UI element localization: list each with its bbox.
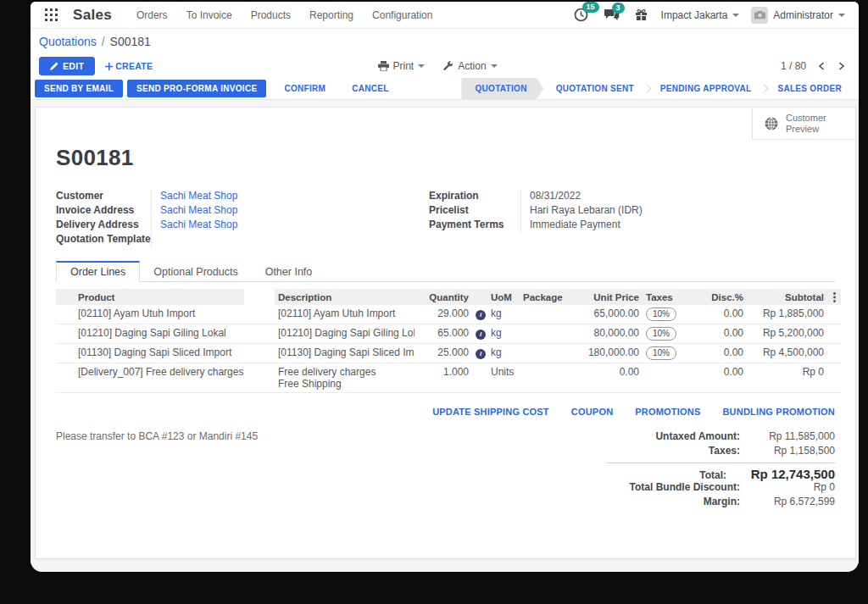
cell-description[interactable]: Free delivery charges Free Shipping [275,363,415,393]
edit-button[interactable]: EDIT [39,57,95,75]
stage-sales-order[interactable]: SALES ORDER [765,78,854,99]
cell-disc[interactable]: 0.00 [692,363,747,393]
cancel-button[interactable]: CANCEL [343,80,397,97]
menu-reporting[interactable]: Reporting [309,9,353,21]
cell-product[interactable]: [01210] Daging Sapi Giling Lokal [75,324,244,344]
field-groups: Customer Sachi Meat Shop Invoice Address… [56,190,835,247]
invoice-address-link[interactable]: Sachi Meat Shop [151,204,429,219]
order-line-row[interactable]: [01130] Daging Sapi Sliced Import [01130… [56,344,841,363]
messages-button[interactable]: 3 [602,7,621,24]
cell-unit-price[interactable]: 65,000.00 [562,305,643,324]
cell-quantity[interactable]: 65.000 [415,324,472,344]
tab-other-info[interactable]: Other Info [252,263,326,281]
cell-product[interactable]: [02110] Ayam Utuh Import [75,305,244,324]
cell-package[interactable] [520,324,562,344]
cell-description[interactable]: [02110] Ayam Utuh Import [275,305,415,324]
cell-unit-price[interactable]: 0.00 [562,363,643,393]
pricelist-value[interactable]: Hari Raya Lebaran (IDR) [520,204,835,219]
customer-link[interactable]: Sachi Meat Shop [151,190,429,204]
cell-disc[interactable]: 0.00 [692,344,747,363]
tax-badge[interactable]: 10% [646,308,676,321]
cell-uom[interactable]: kg [487,344,520,363]
cell-uom[interactable]: Units [487,363,520,393]
pager-next-button[interactable] [837,60,847,72]
cell-quantity[interactable]: 25.000 [415,344,472,363]
cell-disc[interactable]: 0.00 [692,324,747,344]
promotions-button[interactable]: PROMOTIONS [635,407,700,417]
order-line-row[interactable]: [Delivery_007] Free delivery charges Fre… [56,363,841,393]
menu-to-invoice[interactable]: To Invoice [186,9,232,21]
info-icon[interactable] [476,330,486,340]
payment-terms-value[interactable]: Immediate Payment [520,219,835,233]
tax-badge[interactable]: 10% [646,327,676,341]
col-uom[interactable]: UoM [487,289,520,305]
col-quantity[interactable]: Quantity [415,289,472,305]
order-line-row[interactable]: [02110] Ayam Utuh Import [02110] Ayam Ut… [56,305,841,324]
cell-package[interactable] [520,344,562,363]
col-quantity-info [472,289,487,305]
print-dropdown[interactable]: Print [378,60,426,72]
tax-badge[interactable]: 10% [646,346,676,360]
col-taxes[interactable]: Taxes [643,289,692,305]
pager-previous-button[interactable] [816,60,826,72]
cell-description[interactable]: [01210] Daging Sapi Giling Lokal [275,324,415,344]
activities-button[interactable]: 15 [572,6,590,24]
company-switcher[interactable]: Impact Jakarta [661,9,740,21]
cell-uom[interactable]: kg [487,305,520,324]
expiration-value[interactable]: 08/31/2022 [520,190,835,204]
tab-order-lines[interactable]: Order Lines [56,261,140,282]
quotation-template-value[interactable] [151,233,429,247]
col-description[interactable]: Description [275,289,415,305]
tab-optional-products[interactable]: Optional Products [140,263,251,281]
update-shipping-cost-button[interactable]: UPDATE SHIPPING COST [432,407,549,417]
cell-description[interactable]: [01130] Daging Sapi Sliced Import [275,344,415,363]
stage-quotation[interactable]: QUOTATION [461,78,543,99]
breadcrumb-quotations-link[interactable]: Quotations [39,35,97,48]
order-line-row[interactable]: [01210] Daging Sapi Giling Lokal [01210]… [56,324,841,344]
cell-quantity[interactable]: 29.000 [415,305,472,324]
total-label: Taxes: [709,445,740,457]
order-action-links: UPDATE SHIPPING COST COUPON PROMOTIONS B… [56,407,835,417]
col-product[interactable]: Product [75,289,244,305]
cell-package[interactable] [520,305,562,324]
info-icon[interactable] [476,310,486,320]
bundling-promotion-button[interactable]: BUNDLING PROMOTION [722,407,835,417]
col-package[interactable]: Package [520,289,562,305]
apps-menu-button[interactable] [41,5,61,25]
column-settings-button[interactable] [827,289,841,305]
send-by-email-button[interactable]: SEND BY EMAIL [35,80,123,97]
menu-configuration[interactable]: Configuration [372,9,432,21]
stage-pending-approval[interactable]: PENDING APPROVAL [648,78,764,99]
cell-uom[interactable]: kg [487,324,520,344]
total-value: Rp 12,743,500 [726,467,835,481]
cell-unit-price[interactable]: 180,000.00 [562,344,643,363]
create-button[interactable]: CREATE [105,61,153,71]
confirm-button[interactable]: CONFIRM [275,80,334,97]
col-unit-price[interactable]: Unit Price [562,289,643,305]
field-label: Invoice Address [56,204,151,216]
menu-orders[interactable]: Orders [136,9,168,21]
app-title[interactable]: Sales [73,7,112,24]
terms-note[interactable]: Please transfer to BCA #123 or Mandiri #… [56,430,258,510]
navbar-systray: 15 3 Impact Jakarta Admi [572,6,845,24]
notebook-tabs: Order Lines Optional Products Other Info [56,261,835,282]
action-dropdown[interactable]: Action [443,60,497,72]
cell-unit-price[interactable]: 80,000.00 [562,324,643,344]
rewards-button[interactable] [633,7,649,23]
menu-products[interactable]: Products [251,9,291,21]
cell-product[interactable]: [Delivery_007] Free delivery charges [75,363,244,393]
cell-disc[interactable]: 0.00 [692,305,747,324]
cell-package[interactable] [520,363,562,393]
total-label: Total: [699,469,726,481]
customer-preview-button[interactable]: Customer Preview [752,108,855,140]
col-subtotal[interactable]: Subtotal [747,289,827,305]
coupon-button[interactable]: COUPON [571,407,613,417]
cell-product[interactable]: [01130] Daging Sapi Sliced Import [75,344,244,363]
col-disc[interactable]: Disc.% [692,289,747,305]
stage-quotation-sent[interactable]: QUOTATION SENT [544,78,646,99]
user-menu[interactable]: Administrator [751,7,845,24]
delivery-address-link[interactable]: Sachi Meat Shop [151,219,429,233]
send-proforma-invoice-button[interactable]: SEND PRO-FORMA INVOICE [127,80,266,97]
cell-quantity[interactable]: 1.000 [415,363,472,393]
info-icon[interactable] [476,349,486,359]
